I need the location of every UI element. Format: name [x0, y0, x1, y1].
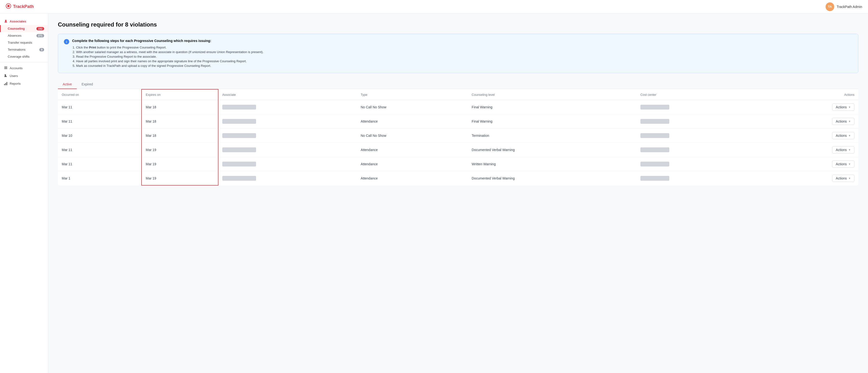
print-bold: Print — [89, 46, 96, 49]
actions-button[interactable]: Actions ▼ — [832, 146, 855, 153]
sidebar-item-counseling[interactable]: Counseling 192 — [0, 25, 48, 32]
cell-occurred-on: Mar 11 — [58, 143, 142, 157]
info-box-title: Complete the following steps for each Pr… — [72, 39, 264, 43]
sidebar-counseling-badge: 192 — [36, 27, 44, 30]
sidebar-item-users[interactable]: Users — [0, 72, 48, 80]
cell-type: Attendance — [357, 114, 468, 128]
cell-associate — [218, 114, 357, 128]
chevron-down-icon: ▼ — [848, 134, 851, 137]
table-row: Mar 11 Mar 19 Attendance Written Warning… — [58, 157, 858, 171]
info-box-header: i Complete the following steps for each … — [64, 39, 852, 68]
cell-associate — [218, 171, 357, 185]
info-step-2: 2. With another salaried manager as a wi… — [72, 50, 264, 54]
person-icon — [4, 19, 8, 23]
sidebar-item-absences[interactable]: Absences 271 — [0, 32, 48, 39]
table-header-row: Occurred on Expires on Associate Type Co… — [58, 89, 858, 100]
chevron-down-icon: ▼ — [848, 106, 851, 109]
actions-button[interactable]: Actions ▼ — [832, 104, 855, 111]
cell-actions: Actions ▼ — [758, 128, 858, 143]
sidebar-terminations-badge: 9 — [39, 48, 44, 51]
th-type: Type — [357, 89, 468, 100]
th-counseling-level: Counseling level — [468, 89, 637, 100]
cell-type: No Call No Show — [357, 128, 468, 143]
actions-label: Actions — [836, 105, 847, 109]
th-actions: Actions — [758, 89, 858, 100]
cell-cost-center — [637, 143, 758, 157]
th-associate: Associate — [218, 89, 357, 100]
table-row: Mar 11 Mar 19 Attendance Documented Verb… — [58, 143, 858, 157]
table-head: Occurred on Expires on Associate Type Co… — [58, 89, 858, 100]
accounts-icon — [4, 66, 8, 70]
info-step-5: 5. Mark as counseled in TrackPath and up… — [72, 63, 264, 68]
sidebar-users-label: Users — [10, 74, 18, 78]
page-title: Counseling required for 8 violations — [58, 21, 858, 28]
tab-expired[interactable]: Expired — [77, 80, 98, 89]
th-expires-on: Expires on — [142, 89, 218, 100]
sidebar-accounts-label: Accounts — [10, 66, 23, 70]
sidebar-divider-1 — [0, 62, 48, 62]
users-icon — [4, 74, 8, 78]
svg-rect-2 — [4, 84, 5, 85]
table-row: Mar 1 Mar 19 Attendance Documented Verba… — [58, 171, 858, 185]
app-container: TrackPath TA TrackPath Admin Associates … — [0, 0, 868, 373]
cell-type: Attendance — [357, 171, 468, 185]
table-body: Mar 11 Mar 18 No Call No Show Final Warn… — [58, 100, 858, 185]
tab-active[interactable]: Active — [58, 80, 77, 89]
cell-counseling-level: Final Warning — [468, 100, 637, 114]
sidebar-transfer-label: Transfer requests — [8, 41, 32, 45]
sidebar-associates-header[interactable]: Associates — [0, 18, 48, 25]
info-box-steps: 1. Click the Print button to print the P… — [72, 45, 264, 68]
counseling-table: Occurred on Expires on Associate Type Co… — [58, 89, 858, 185]
sidebar-item-transfer-requests[interactable]: Transfer requests — [0, 39, 48, 46]
cell-associate — [218, 157, 357, 171]
cell-cost-center — [637, 114, 758, 128]
app-name: TrackPath — [13, 4, 34, 9]
cell-occurred-on: Mar 11 — [58, 114, 142, 128]
cell-associate — [218, 143, 357, 157]
sidebar-terminations-label: Terminations — [8, 48, 26, 51]
cell-type: No Call No Show — [357, 100, 468, 114]
cell-actions: Actions ▼ — [758, 171, 858, 185]
sidebar-absences-badge: 271 — [36, 34, 44, 37]
cell-expires-on: Mar 19 — [142, 171, 218, 185]
cell-occurred-on: Mar 1 — [58, 171, 142, 185]
cell-counseling-level: Documented Verbal Warning — [468, 171, 637, 185]
chevron-down-icon: ▼ — [848, 120, 851, 123]
actions-label: Actions — [836, 119, 847, 123]
main-area: Associates Counseling 192 Absences 271 T… — [0, 13, 868, 373]
info-box: i Complete the following steps for each … — [58, 34, 858, 73]
table-row: Mar 10 Mar 18 No Call No Show Terminatio… — [58, 128, 858, 143]
info-step-4: 4. Have all parties involved print and s… — [72, 59, 264, 63]
cell-associate — [218, 100, 357, 114]
cell-expires-on: Mar 19 — [142, 143, 218, 157]
cell-cost-center — [637, 128, 758, 143]
chevron-down-icon: ▼ — [848, 177, 851, 180]
info-icon: i — [64, 39, 69, 45]
actions-button[interactable]: Actions ▼ — [832, 132, 855, 139]
cell-expires-on: Mar 19 — [142, 157, 218, 171]
cell-actions: Actions ▼ — [758, 157, 858, 171]
sidebar-item-coverage-shifts[interactable]: Coverage shifts — [0, 53, 48, 60]
actions-label: Actions — [836, 134, 847, 138]
user-area: TA TrackPath Admin — [826, 2, 862, 11]
main-content: Counseling required for 8 violations i C… — [48, 13, 868, 373]
cell-type: Attendance — [357, 157, 468, 171]
sidebar-item-terminations[interactable]: Terminations 9 — [0, 46, 48, 53]
cell-expires-on: Mar 18 — [142, 100, 218, 114]
logo-icon — [6, 3, 11, 10]
actions-label: Actions — [836, 176, 847, 180]
actions-button[interactable]: Actions ▼ — [832, 161, 855, 168]
actions-button[interactable]: Actions ▼ — [832, 118, 855, 125]
cell-occurred-on: Mar 11 — [58, 157, 142, 171]
table-row: Mar 11 Mar 18 Attendance Final Warning A… — [58, 114, 858, 128]
sidebar-item-reports[interactable]: Reports — [0, 80, 48, 87]
cell-expires-on: Mar 18 — [142, 128, 218, 143]
actions-label: Actions — [836, 148, 847, 152]
cell-counseling-level: Written Warning — [468, 157, 637, 171]
tabs: Active Expired — [58, 80, 858, 89]
cell-counseling-level: Termination — [468, 128, 637, 143]
cell-actions: Actions ▼ — [758, 143, 858, 157]
actions-button[interactable]: Actions ▼ — [832, 175, 855, 182]
cell-counseling-level: Documented Verbal Warning — [468, 143, 637, 157]
sidebar-item-accounts[interactable]: Accounts — [0, 64, 48, 72]
